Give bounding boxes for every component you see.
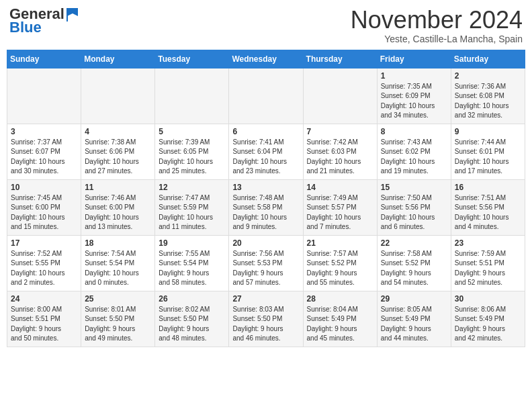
calendar-cell — [81, 68, 155, 124]
day-number: 26 — [159, 294, 225, 304]
calendar-cell: 21Sunrise: 7:57 AM Sunset: 5:52 PM Dayli… — [303, 235, 377, 291]
day-number: 20 — [232, 238, 299, 248]
month-title: November 2024 — [351, 7, 523, 34]
day-info: Sunrise: 7:57 AM Sunset: 5:52 PM Dayligh… — [307, 249, 373, 288]
weekday-header-friday: Friday — [377, 50, 451, 68]
day-number: 11 — [85, 183, 151, 192]
day-number: 30 — [455, 294, 521, 304]
calendar-cell: 1Sunrise: 7:35 AM Sunset: 6:09 PM Daylig… — [377, 68, 451, 124]
day-number: 4 — [85, 127, 151, 136]
weekday-header-wednesday: Wednesday — [229, 50, 303, 68]
day-info: Sunrise: 7:39 AM Sunset: 6:05 PM Dayligh… — [159, 138, 225, 177]
day-info: Sunrise: 7:51 AM Sunset: 5:56 PM Dayligh… — [455, 193, 521, 232]
day-number: 17 — [11, 238, 77, 248]
calendar-cell: 30Sunrise: 8:06 AM Sunset: 5:49 PM Dayli… — [451, 291, 525, 347]
day-info: Sunrise: 7:46 AM Sunset: 6:00 PM Dayligh… — [85, 193, 151, 232]
day-info: Sunrise: 7:37 AM Sunset: 6:07 PM Dayligh… — [11, 138, 77, 177]
calendar-cell: 2Sunrise: 7:36 AM Sunset: 6:08 PM Daylig… — [451, 68, 525, 124]
calendar-table: SundayMondayTuesdayWednesdayThursdayFrid… — [7, 50, 525, 347]
day-number: 18 — [85, 238, 151, 248]
day-info: Sunrise: 7:55 AM Sunset: 5:54 PM Dayligh… — [159, 249, 225, 288]
day-info: Sunrise: 8:04 AM Sunset: 5:49 PM Dayligh… — [307, 305, 373, 344]
day-info: Sunrise: 8:02 AM Sunset: 5:50 PM Dayligh… — [159, 305, 225, 344]
day-number: 8 — [381, 127, 447, 136]
weekday-header-tuesday: Tuesday — [155, 50, 229, 68]
calendar-cell: 17Sunrise: 7:52 AM Sunset: 5:55 PM Dayli… — [7, 235, 81, 291]
calendar-cell — [229, 68, 303, 124]
day-info: Sunrise: 7:47 AM Sunset: 5:59 PM Dayligh… — [159, 193, 225, 232]
day-info: Sunrise: 7:35 AM Sunset: 6:09 PM Dayligh… — [381, 82, 447, 121]
day-number: 9 — [455, 127, 521, 136]
calendar-cell: 29Sunrise: 8:05 AM Sunset: 5:49 PM Dayli… — [377, 291, 451, 347]
day-info: Sunrise: 7:38 AM Sunset: 6:06 PM Dayligh… — [85, 138, 151, 177]
day-info: Sunrise: 7:52 AM Sunset: 5:55 PM Dayligh… — [11, 249, 77, 288]
calendar-cell: 22Sunrise: 7:58 AM Sunset: 5:52 PM Dayli… — [377, 235, 451, 291]
day-info: Sunrise: 7:42 AM Sunset: 6:03 PM Dayligh… — [307, 138, 373, 177]
day-number: 28 — [307, 294, 373, 304]
calendar-cell — [303, 68, 377, 124]
weekday-header-monday: Monday — [81, 50, 155, 68]
calendar-cell — [7, 68, 81, 124]
calendar-cell: 23Sunrise: 7:59 AM Sunset: 5:51 PM Dayli… — [451, 235, 525, 291]
calendar-cell — [155, 68, 229, 124]
day-number: 15 — [381, 183, 447, 192]
day-number: 19 — [159, 238, 225, 248]
day-number: 2 — [455, 71, 521, 81]
day-info: Sunrise: 8:05 AM Sunset: 5:49 PM Dayligh… — [381, 305, 447, 344]
calendar-cell: 27Sunrise: 8:03 AM Sunset: 5:50 PM Dayli… — [229, 291, 303, 347]
calendar-cell: 12Sunrise: 7:47 AM Sunset: 5:59 PM Dayli… — [155, 179, 229, 235]
day-info: Sunrise: 8:00 AM Sunset: 5:51 PM Dayligh… — [11, 305, 77, 344]
calendar-cell: 7Sunrise: 7:42 AM Sunset: 6:03 PM Daylig… — [303, 124, 377, 179]
calendar-cell: 13Sunrise: 7:48 AM Sunset: 5:58 PM Dayli… — [229, 179, 303, 235]
day-number: 1 — [381, 71, 447, 81]
day-info: Sunrise: 8:01 AM Sunset: 5:50 PM Dayligh… — [85, 305, 151, 344]
calendar-cell: 19Sunrise: 7:55 AM Sunset: 5:54 PM Dayli… — [155, 235, 229, 291]
logo: General Blue — [9, 7, 79, 36]
week-row-5: 24Sunrise: 8:00 AM Sunset: 5:51 PM Dayli… — [7, 291, 525, 347]
day-number: 7 — [307, 127, 373, 136]
calendar-cell: 6Sunrise: 7:41 AM Sunset: 6:04 PM Daylig… — [229, 124, 303, 179]
calendar-cell: 11Sunrise: 7:46 AM Sunset: 6:00 PM Dayli… — [81, 179, 155, 235]
calendar-cell: 5Sunrise: 7:39 AM Sunset: 6:05 PM Daylig… — [155, 124, 229, 179]
week-row-3: 10Sunrise: 7:45 AM Sunset: 6:00 PM Dayli… — [7, 179, 525, 235]
day-number: 23 — [455, 238, 521, 248]
day-info: Sunrise: 7:58 AM Sunset: 5:52 PM Dayligh… — [381, 249, 447, 288]
day-info: Sunrise: 7:50 AM Sunset: 5:56 PM Dayligh… — [381, 193, 447, 232]
day-number: 13 — [232, 183, 299, 192]
calendar-cell: 15Sunrise: 7:50 AM Sunset: 5:56 PM Dayli… — [377, 179, 451, 235]
day-info: Sunrise: 7:54 AM Sunset: 5:54 PM Dayligh… — [85, 249, 151, 288]
day-number: 27 — [232, 294, 299, 304]
day-number: 10 — [11, 183, 77, 192]
logo-blue-text: Blue — [9, 19, 42, 36]
day-info: Sunrise: 7:49 AM Sunset: 5:57 PM Dayligh… — [307, 193, 373, 232]
day-info: Sunrise: 7:44 AM Sunset: 6:01 PM Dayligh… — [455, 138, 521, 177]
day-number: 22 — [381, 238, 447, 248]
page-header: General Blue November 2024 Yeste, Castil… — [7, 7, 525, 44]
day-number: 29 — [381, 294, 447, 304]
day-number: 6 — [232, 127, 299, 136]
week-row-4: 17Sunrise: 7:52 AM Sunset: 5:55 PM Dayli… — [7, 235, 525, 291]
day-number: 25 — [85, 294, 151, 304]
calendar-cell: 28Sunrise: 8:04 AM Sunset: 5:49 PM Dayli… — [303, 291, 377, 347]
day-number: 21 — [307, 238, 373, 248]
weekday-header-thursday: Thursday — [303, 50, 377, 68]
calendar-cell: 24Sunrise: 8:00 AM Sunset: 5:51 PM Dayli… — [7, 291, 81, 347]
calendar-cell: 18Sunrise: 7:54 AM Sunset: 5:54 PM Dayli… — [81, 235, 155, 291]
day-number: 16 — [455, 183, 521, 192]
week-row-2: 3Sunrise: 7:37 AM Sunset: 6:07 PM Daylig… — [7, 124, 525, 179]
day-info: Sunrise: 8:06 AM Sunset: 5:49 PM Dayligh… — [455, 305, 521, 344]
day-info: Sunrise: 7:59 AM Sunset: 5:51 PM Dayligh… — [455, 249, 521, 288]
day-info: Sunrise: 7:41 AM Sunset: 6:04 PM Dayligh… — [232, 138, 299, 177]
calendar-cell: 16Sunrise: 7:51 AM Sunset: 5:56 PM Dayli… — [451, 179, 525, 235]
weekday-header-sunday: Sunday — [7, 50, 81, 68]
day-number: 3 — [11, 127, 77, 136]
calendar-cell: 8Sunrise: 7:43 AM Sunset: 6:02 PM Daylig… — [377, 124, 451, 179]
week-row-1: 1Sunrise: 7:35 AM Sunset: 6:09 PM Daylig… — [7, 68, 525, 124]
day-info: Sunrise: 7:43 AM Sunset: 6:02 PM Dayligh… — [381, 138, 447, 177]
calendar-cell: 9Sunrise: 7:44 AM Sunset: 6:01 PM Daylig… — [451, 124, 525, 179]
day-info: Sunrise: 7:56 AM Sunset: 5:53 PM Dayligh… — [232, 249, 299, 288]
calendar-cell: 25Sunrise: 8:01 AM Sunset: 5:50 PM Dayli… — [81, 291, 155, 347]
day-info: Sunrise: 7:48 AM Sunset: 5:58 PM Dayligh… — [232, 193, 299, 232]
calendar-cell: 3Sunrise: 7:37 AM Sunset: 6:07 PM Daylig… — [7, 124, 81, 179]
logo-flag-icon — [66, 7, 79, 21]
